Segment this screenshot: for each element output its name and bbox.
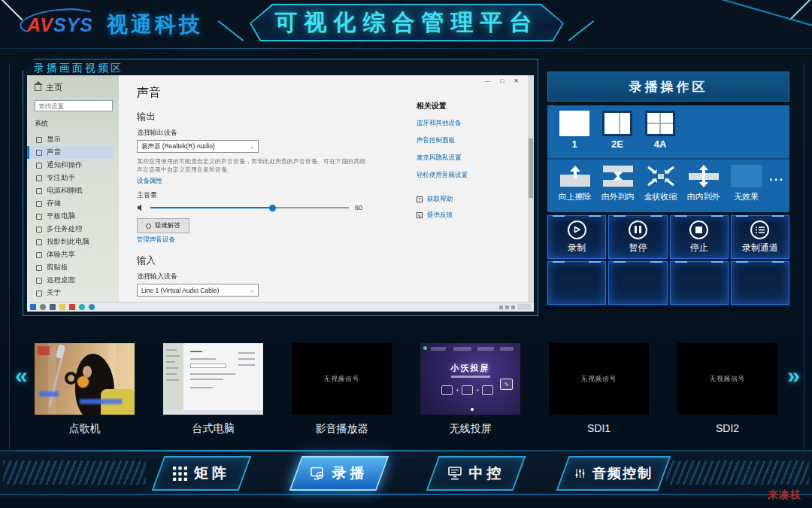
nav-central-control-button[interactable]: 中控: [426, 456, 526, 491]
sdi2-thumbnail[interactable]: 无视频信号: [677, 343, 777, 415]
layout-button-1[interactable]: 1: [559, 111, 589, 158]
prev-sources-arrow[interactable]: «: [15, 363, 28, 388]
nav-audio-control-button[interactable]: 音频控制: [556, 456, 671, 491]
desktop-thumbnail[interactable]: [163, 343, 263, 415]
manage-devices-link[interactable]: 管理声音设备: [137, 236, 368, 245]
storage-icon: [36, 201, 42, 207]
scrollbar[interactable]: [528, 75, 534, 302]
settings-item-shared[interactable]: 体验共享: [35, 248, 113, 261]
record-button[interactable]: 录制: [547, 215, 606, 259]
close-button[interactable]: ✕: [514, 78, 519, 84]
media-player-thumbnail[interactable]: 无视频信号: [292, 343, 392, 415]
settings-item-notifications[interactable]: 通知和操作: [35, 159, 113, 172]
volume-thumb[interactable]: [269, 205, 276, 211]
nav-recording-button[interactable]: 录播: [289, 456, 389, 491]
get-help-link[interactable]: ? 获取帮助: [417, 195, 508, 204]
file-explorer-icon[interactable]: [59, 304, 65, 310]
settings-item-remote[interactable]: 远程桌面: [35, 274, 113, 287]
settings-item-power[interactable]: 电源和睡眠: [35, 184, 113, 197]
deco-line: [717, 0, 812, 28]
device-properties-link[interactable]: 设备属性: [137, 177, 368, 186]
settings-item-projecting[interactable]: 投影到此电脑: [35, 236, 113, 248]
speaker-icon: [137, 204, 144, 211]
settings-item-storage[interactable]: 存储: [35, 197, 113, 210]
feedback-link[interactable]: ✎ 提供反馈: [417, 211, 508, 220]
projecting-icon: [36, 239, 42, 245]
karaoke-thumbnail[interactable]: [35, 343, 135, 415]
maximize-button[interactable]: □: [500, 78, 504, 84]
no-signal-text: 无视频信号: [549, 343, 649, 415]
related-link-mic-privacy[interactable]: 麦克风隐私设置: [417, 154, 508, 163]
windows-settings-screen: 主页 系统 显示 声音 通知和操作 专注助手 电源和睡眠 存储 平板电脑 多任务…: [27, 75, 534, 312]
control-slot-empty[interactable]: [547, 261, 606, 305]
settings-item-sound[interactable]: 声音: [27, 146, 113, 159]
settings-item-tablet[interactable]: 平板电脑: [35, 210, 113, 223]
source-label: SDI1: [587, 422, 611, 434]
app-title-banner: 可视化综合管理平台: [250, 4, 564, 41]
settings-nav-list: 显示 声音 通知和操作 专注助手 电源和睡眠 存储 平板电脑 多任务处理 投影到…: [35, 133, 113, 300]
source-sdi2[interactable]: 无视频信号 SDI2: [677, 343, 777, 436]
related-link-bluetooth[interactable]: 蓝牙和其他设备: [417, 119, 508, 128]
taskbar-app-icon[interactable]: [69, 304, 75, 310]
no-signal-text: 无视频信号: [677, 343, 777, 415]
tray-clock: [517, 304, 531, 310]
control-grid: 录制 暂停 停止 录制通道: [547, 215, 789, 305]
matrix-icon: [173, 467, 187, 481]
control-slot-empty[interactable]: [670, 261, 729, 305]
inside-out-icon: [688, 165, 720, 187]
help-icon: ?: [417, 196, 423, 202]
next-sources-arrow[interactable]: »: [787, 363, 800, 388]
cast-app-title: 小沃投屏: [420, 363, 520, 374]
pause-button[interactable]: 暂停: [608, 215, 667, 259]
settings-search-input[interactable]: [35, 100, 113, 111]
task-view-icon[interactable]: [50, 304, 56, 310]
source-sdi1[interactable]: 无视频信号 SDI1: [549, 343, 649, 436]
recording-operation-panel: 录播操作区 1 2E 4A: [547, 71, 789, 305]
settings-item-clipboard[interactable]: 剪贴板: [35, 261, 113, 274]
source-desktop-pc[interactable]: 台式电脑: [163, 343, 263, 436]
minimize-button[interactable]: —: [484, 78, 490, 84]
nav-matrix-button[interactable]: 矩阵: [152, 456, 252, 491]
page-title: 可视化综合管理平台: [275, 8, 539, 38]
layout-button-2e[interactable]: 2E: [602, 111, 632, 158]
transition-box-shrink[interactable]: 盒状收缩: [639, 165, 682, 202]
record-channel-button[interactable]: 录制通道: [731, 215, 789, 259]
video-feed[interactable]: 主页 系统 显示 声音 通知和操作 专注助手 电源和睡眠 存储 平板电脑 多任务…: [27, 75, 534, 312]
source-karaoke[interactable]: 点歌机: [35, 343, 135, 436]
more-transitions-button[interactable]: ...: [769, 169, 784, 184]
sdi1-thumbnail[interactable]: 无视频信号: [549, 343, 649, 415]
recording-video-panel: 录播画面视频区 主页 系统 显示 声音 通知和操作 专注助手: [23, 59, 538, 316]
transition-none[interactable]: 无效果: [725, 165, 768, 202]
transition-inside-out[interactable]: 由内到外: [682, 165, 725, 202]
stop-button[interactable]: 停止: [670, 215, 729, 259]
scrollbar-thumb[interactable]: [529, 138, 533, 197]
display-icon: [36, 137, 42, 143]
control-slot-empty[interactable]: [608, 261, 667, 305]
output-device-dropdown[interactable]: 扬声器 (Realtek(R) Audio) ⌄: [137, 140, 259, 153]
layout-button-4a[interactable]: 4A: [645, 111, 675, 158]
settings-item-about[interactable]: 关于: [35, 287, 113, 300]
transition-outside-in[interactable]: 由外到内: [596, 165, 639, 202]
bottom-navbar: 矩阵 录播 中控 音频控制: [0, 450, 812, 498]
troubleshoot-button[interactable]: 疑难解答: [137, 218, 189, 233]
settings-home-item[interactable]: 主页: [35, 82, 113, 93]
taskbar-app-icon[interactable]: [79, 304, 85, 310]
clipboard-icon: [36, 265, 42, 271]
related-link-sound-panel[interactable]: 声音控制面板: [417, 136, 508, 145]
settings-item-focus[interactable]: 专注助手: [35, 172, 113, 184]
deco-line: [0, 494, 812, 495]
taskbar-app-icon[interactable]: [89, 304, 95, 310]
control-slot-empty[interactable]: [731, 261, 789, 305]
settings-item-multitask[interactable]: 多任务处理: [35, 223, 113, 236]
source-media-player[interactable]: 无视频信号 影音播放器: [292, 343, 392, 436]
related-link-ease-audio[interactable]: 轻松使用音频设置: [417, 171, 508, 180]
start-button-icon[interactable]: [30, 304, 36, 310]
wireless-cast-thumbnail[interactable]: 小沃投屏 + + ∿: [420, 343, 520, 415]
input-device-dropdown[interactable]: Line 1 (Virtual Audio Cable) ⌄: [137, 284, 259, 297]
settings-item-display[interactable]: 显示: [35, 133, 113, 146]
source-wireless-cast[interactable]: 小沃投屏 + + ∿ 无线投屏: [420, 343, 520, 436]
volume-slider[interactable]: [150, 207, 349, 208]
avsys-logo: AVSYS: [27, 14, 93, 36]
taskbar-search-icon[interactable]: [40, 304, 46, 310]
transition-wipe-up[interactable]: 向上擦除: [553, 165, 596, 202]
